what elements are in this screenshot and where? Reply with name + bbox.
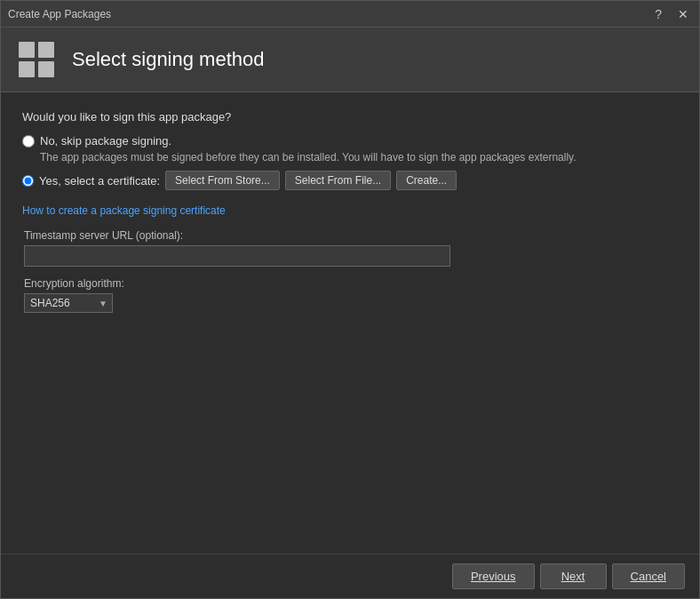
encryption-label: Encryption algorithm: <box>24 277 678 290</box>
cert-buttons: Select From Store... Select From File...… <box>165 171 457 190</box>
radio-no-row: No, skip package signing. <box>22 134 678 148</box>
close-button[interactable]: ✕ <box>674 7 692 21</box>
svg-rect-2 <box>19 61 35 77</box>
radio-no[interactable] <box>22 135 35 148</box>
titlebar-title: Create App Packages <box>8 8 111 20</box>
radio-yes[interactable] <box>22 175 34 187</box>
next-button[interactable]: Next <box>540 563 607 589</box>
form-section: Timestamp server URL (optional): Encrypt… <box>24 229 678 313</box>
page-title: Select signing method <box>72 48 264 71</box>
previous-button[interactable]: Previous <box>452 563 535 589</box>
svg-rect-1 <box>38 42 54 58</box>
radio-no-label[interactable]: No, skip package signing. <box>40 134 171 148</box>
svg-rect-3 <box>38 61 54 77</box>
content-area: Would you like to sign this app package?… <box>1 92 699 554</box>
encryption-dropdown-wrapper: SHA256 SHA384 SHA512 ▼ <box>24 293 113 313</box>
help-button[interactable]: ? <box>651 7 665 21</box>
encryption-dropdown[interactable]: SHA256 SHA384 SHA512 <box>24 293 113 313</box>
package-icon <box>15 38 58 81</box>
radio-no-sublabel: The app packages must be signed before t… <box>40 151 678 164</box>
select-from-file-button[interactable]: Select From File... <box>285 171 391 190</box>
question-text: Would you like to sign this app package? <box>22 110 678 124</box>
radio-yes-label[interactable]: Yes, select a certificate: <box>39 174 160 188</box>
timestamp-label: Timestamp server URL (optional): <box>24 229 678 242</box>
create-button[interactable]: Create... <box>396 171 457 190</box>
radio-group: No, skip package signing. The app packag… <box>22 134 678 190</box>
radio-yes-row: Yes, select a certificate: Select From S… <box>22 171 678 190</box>
header: Select signing method <box>1 28 699 92</box>
timestamp-input[interactable] <box>24 245 450 267</box>
signing-certificate-link[interactable]: How to create a package signing certific… <box>22 204 226 217</box>
titlebar: Create App Packages ? ✕ <box>1 1 699 28</box>
svg-rect-0 <box>19 42 35 58</box>
window: Create App Packages ? ✕ Select signing m… <box>0 0 700 599</box>
select-from-store-button[interactable]: Select From Store... <box>165 171 280 190</box>
cancel-button[interactable]: Cancel <box>612 563 685 589</box>
titlebar-controls: ? ✕ <box>651 7 692 21</box>
footer: Previous Next Cancel <box>1 554 699 598</box>
